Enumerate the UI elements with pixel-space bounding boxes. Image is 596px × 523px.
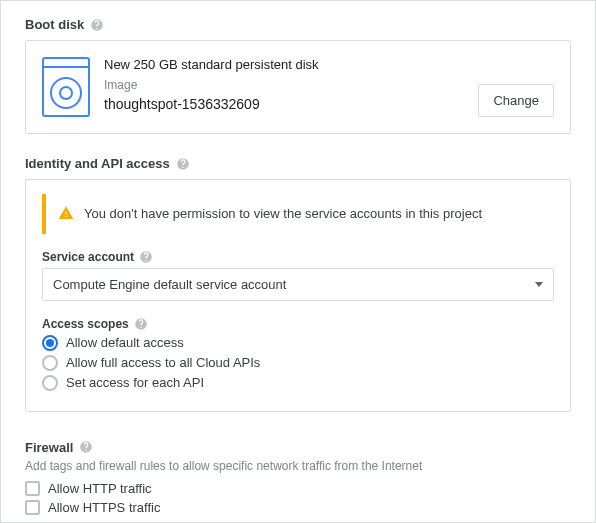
radio-icon: [42, 335, 58, 351]
checkbox-https[interactable]: Allow HTTPS traffic: [25, 500, 571, 515]
firewall-header-text: Firewall: [25, 440, 73, 455]
help-icon[interactable]: [176, 157, 190, 171]
service-account-value: Compute Engine default service account: [53, 277, 286, 292]
radio-label: Allow full access to all Cloud APIs: [66, 355, 260, 370]
radio-default-access[interactable]: Allow default access: [42, 335, 554, 351]
radio-label: Set access for each API: [66, 375, 204, 390]
radio-per-api-access[interactable]: Set access for each API: [42, 375, 554, 391]
boot-disk-details: New 250 GB standard persistent disk Imag…: [104, 57, 464, 112]
identity-panel: You don't have permission to view the se…: [25, 179, 571, 412]
identity-header-text: Identity and API access: [25, 156, 170, 171]
help-icon[interactable]: [90, 18, 104, 32]
chevron-down-icon: [535, 282, 543, 287]
checkbox-label: Allow HTTPS traffic: [48, 500, 160, 515]
checkbox-icon: [25, 481, 40, 496]
svg-point-2: [51, 78, 81, 108]
identity-header: Identity and API access: [25, 156, 571, 171]
access-scopes-label: Access scopes: [42, 317, 554, 331]
help-icon[interactable]: [134, 317, 148, 331]
radio-icon: [42, 355, 58, 371]
firewall-checkbox-group: Allow HTTP traffic Allow HTTPS traffic: [25, 481, 571, 515]
boot-disk-image-label: Image: [104, 78, 464, 92]
radio-label: Allow default access: [66, 335, 184, 350]
service-account-select[interactable]: Compute Engine default service account: [42, 268, 554, 301]
change-button[interactable]: Change: [478, 84, 554, 117]
checkbox-http[interactable]: Allow HTTP traffic: [25, 481, 571, 496]
radio-icon: [42, 375, 58, 391]
svg-point-3: [60, 87, 72, 99]
firewall-header: Firewall: [25, 440, 571, 455]
checkbox-label: Allow HTTP traffic: [48, 481, 152, 496]
service-account-label-text: Service account: [42, 250, 134, 264]
boot-disk-header-text: Boot disk: [25, 17, 84, 32]
radio-full-access[interactable]: Allow full access to all Cloud APIs: [42, 355, 554, 371]
checkbox-icon: [25, 500, 40, 515]
firewall-subtext: Add tags and firewall rules to allow spe…: [25, 459, 571, 473]
help-icon[interactable]: [79, 440, 93, 454]
access-scopes-radio-group: Allow default access Allow full access t…: [42, 335, 554, 391]
boot-disk-title: New 250 GB standard persistent disk: [104, 57, 464, 72]
warning-icon: [58, 205, 74, 221]
boot-disk-card: New 250 GB standard persistent disk Imag…: [25, 40, 571, 134]
warning-text: You don't have permission to view the se…: [84, 204, 482, 224]
warning-banner: You don't have permission to view the se…: [42, 194, 554, 234]
service-account-label: Service account: [42, 250, 554, 264]
disk-icon: [42, 57, 90, 117]
access-scopes-label-text: Access scopes: [42, 317, 129, 331]
boot-disk-header: Boot disk: [25, 17, 571, 32]
help-icon[interactable]: [139, 250, 153, 264]
boot-disk-image-name: thoughtspot-1536332609: [104, 96, 464, 112]
